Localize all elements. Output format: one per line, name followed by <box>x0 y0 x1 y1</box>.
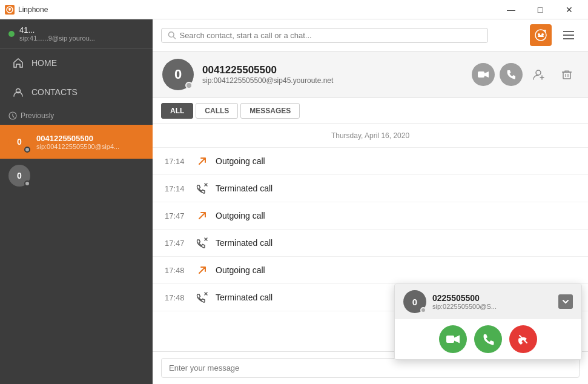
outgoing-icon-4 <box>195 263 210 277</box>
call-label-0: Outgoing call <box>216 156 265 166</box>
incoming-call-overlay: 0 0225505500 sip:0225505500@S... <box>394 283 582 360</box>
new-conversation-button[interactable] <box>530 24 552 46</box>
decline-call-button[interactable] <box>509 325 537 353</box>
arrow-up-right-icon-4 <box>197 265 208 276</box>
accept-audio-button[interactable] <box>474 325 502 353</box>
date-separator: Thursday, April 16, 2020 <box>153 124 588 148</box>
phone-x-icon-3 <box>196 237 208 249</box>
call-label-4: Outgoing call <box>216 265 265 275</box>
sidebar: 41... sip:41......9@sip yourou... HOME <box>0 19 153 384</box>
contact-header: 0 0041225505500 sip:0041225505500@sip45.… <box>153 51 588 98</box>
tab-calls[interactable]: CALLS <box>196 103 238 119</box>
top-bar-right <box>530 24 580 46</box>
sidebar-item-contacts[interactable]: CONTACTS <box>0 78 153 107</box>
video-call-button[interactable] <box>472 63 495 86</box>
contact-big-avatar: 0 <box>162 59 194 90</box>
new-conversation-icon <box>535 29 547 41</box>
call-label-1: Terminated call <box>216 184 273 193</box>
main-panel: 0 0041225505500 sip:0041225505500@sip45.… <box>153 19 588 384</box>
sidebar-contact-0[interactable]: 0 0041225505500 sip:0041225505500@sip4..… <box>0 125 153 159</box>
account-info: 41... sip:41......9@sip yourou... <box>19 25 95 42</box>
outgoing-icon-0 <box>195 154 210 168</box>
call-time-2: 17:47 <box>165 211 189 220</box>
sidebar-contact-1[interactable]: 0 <box>0 159 153 193</box>
search-input[interactable] <box>179 31 481 40</box>
home-icon <box>12 57 24 69</box>
call-row-4: 17:48 Outgoing call <box>153 257 588 284</box>
call-label-2: Outgoing call <box>216 211 265 220</box>
incoming-sip: sip:0225505500@S... <box>432 303 552 310</box>
call-row-3: 17:47 Terminated call <box>153 230 588 257</box>
minimize-button[interactable]: — <box>497 0 525 19</box>
close-button[interactable]: ✕ <box>555 0 583 19</box>
account-sip: sip:41......9@sip yourou... <box>19 35 95 42</box>
tab-all[interactable]: ALL <box>161 103 193 119</box>
contact-header-info: 0041225505500 sip:0041225505500@sip45.yo… <box>202 64 463 85</box>
contact-header-name: 0041225505500 <box>202 64 463 76</box>
maximize-button[interactable]: □ <box>526 0 554 19</box>
trash-icon <box>561 69 572 80</box>
arrow-up-right-icon-2 <box>197 210 208 221</box>
svg-rect-16 <box>563 72 570 79</box>
call-label-5: Terminated call <box>216 293 273 302</box>
incoming-name: 0225505500 <box>432 293 552 303</box>
contact-header-actions <box>472 63 578 86</box>
call-time-4: 17:48 <box>165 266 189 275</box>
incoming-info: 0225505500 sip:0225505500@S... <box>432 293 552 310</box>
svg-rect-26 <box>446 336 454 343</box>
app-icon <box>5 5 15 15</box>
contact-details-0: 0041225505500 sip:0041225505500@sip4... <box>36 134 144 150</box>
audio-call-button[interactable] <box>500 63 523 86</box>
tabs-bar: ALL CALLS MESSAGES <box>153 98 588 124</box>
phone-decline-icon <box>516 332 530 346</box>
avatar-badge-0 <box>24 147 30 153</box>
incoming-avatar-badge <box>420 307 426 313</box>
search-box <box>161 28 488 43</box>
phone-accept-icon <box>482 333 494 345</box>
chevron-down-icon <box>562 299 569 305</box>
call-time-3: 17:47 <box>165 239 189 248</box>
video-accept-icon <box>446 334 460 345</box>
incoming-call-actions <box>395 319 581 359</box>
contact-header-sip: sip:0041225505500@sip45.youroute.net <box>202 76 463 85</box>
sidebar-item-home[interactable]: HOME <box>0 48 153 78</box>
delete-contact-button[interactable] <box>555 63 578 86</box>
contact-sub-0: sip:0041225505500@sip4... <box>36 143 144 150</box>
phone-icon <box>506 70 516 79</box>
sidebar-account: 41... sip:41......9@sip yourou... <box>0 19 153 48</box>
accept-video-button[interactable] <box>439 325 467 353</box>
previously-section: Previously <box>0 107 153 125</box>
incoming-call-header: 0 0225505500 sip:0225505500@S... <box>395 284 581 319</box>
svg-point-13 <box>536 70 541 75</box>
call-row-0: 17:14 Outgoing call <box>153 148 588 175</box>
call-label-3: Terminated call <box>216 238 273 248</box>
app-title: Linphone <box>18 5 48 14</box>
avatar-badge-1 <box>24 180 30 187</box>
terminated-icon-1 <box>195 181 210 196</box>
terminated-icon-3 <box>195 236 210 250</box>
add-person-icon <box>533 68 545 81</box>
call-time-5: 17:48 <box>165 293 189 302</box>
call-row-1: 17:14 Terminated call <box>153 175 588 202</box>
svg-rect-12 <box>478 71 484 78</box>
status-indicator <box>8 31 15 37</box>
message-input[interactable] <box>161 358 580 378</box>
phone-x-icon <box>196 182 208 194</box>
video-icon <box>478 70 489 79</box>
titlebar-left: Linphone <box>5 5 48 15</box>
top-bar <box>153 19 588 51</box>
titlebar: Linphone — □ ✕ <box>0 0 588 19</box>
menu-button[interactable] <box>558 24 580 46</box>
add-contact-button[interactable] <box>527 63 550 86</box>
terminated-icon-5 <box>195 290 210 305</box>
account-name: 41... <box>19 25 95 35</box>
arrow-up-right-icon <box>197 156 208 167</box>
call-time-1: 17:14 <box>165 184 189 193</box>
contacts-icon <box>12 86 24 98</box>
tab-messages[interactable]: MESSAGES <box>240 103 300 119</box>
menu-icon <box>563 31 574 39</box>
contact-name-0: 0041225505500 <box>36 134 144 143</box>
big-avatar-badge <box>185 82 193 89</box>
collapse-arrow[interactable] <box>558 294 573 309</box>
incoming-avatar: 0 <box>403 290 426 313</box>
